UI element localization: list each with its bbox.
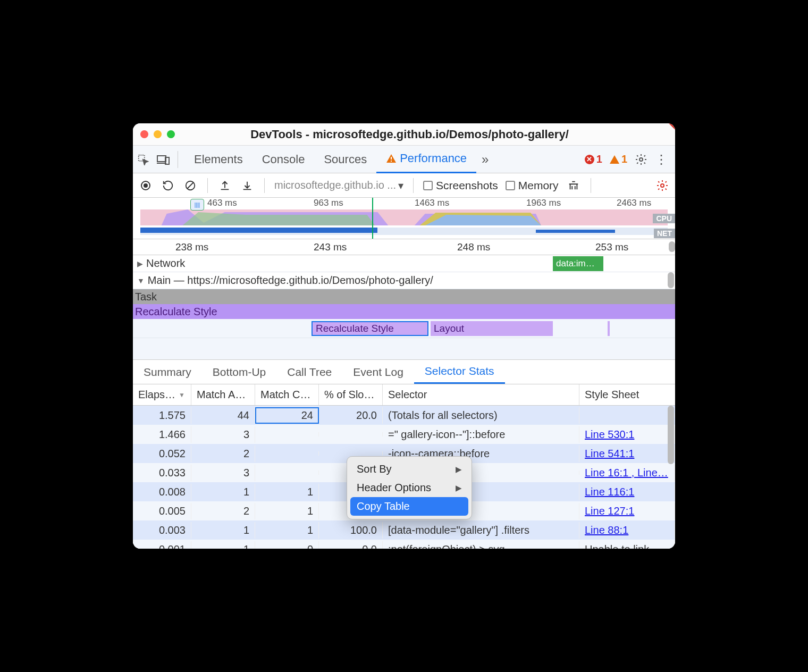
tabsbar-right: ✕ 1 1 ⋮: [585, 152, 675, 167]
tiny-block[interactable]: [608, 321, 610, 336]
svg-rect-1: [157, 156, 166, 162]
ctx-header-options[interactable]: Header Options▶: [350, 478, 468, 497]
collect-garbage-button[interactable]: [566, 178, 581, 193]
overview-time-labels: 463 ms 963 ms 1463 ms 1963 ms 2463 ms: [133, 198, 675, 208]
divider: [207, 178, 208, 193]
time-ruler[interactable]: 238 ms 243 ms 248 ms 253 ms: [133, 239, 675, 255]
col-selector[interactable]: Selector: [383, 384, 579, 405]
timeline-overview[interactable]: 463 ms 963 ms 1463 ms 1963 ms 2463 ms CP…: [133, 198, 675, 239]
divider: [413, 178, 414, 193]
device-toolbar-icon[interactable]: [153, 154, 173, 165]
collapse-icon: ▼: [137, 276, 145, 285]
table-row[interactable]: 0.001100.0:not(foreignObject) > svgUnabl…: [133, 540, 675, 549]
kebab-menu-icon[interactable]: ⋮: [655, 152, 668, 167]
ruler-scrollbar[interactable]: [669, 241, 675, 252]
tab-summary[interactable]: Summary: [133, 360, 202, 384]
table-row[interactable]: 0.00311100.0[data-module="gallery"] .fil…: [133, 520, 675, 540]
minimize-window-button[interactable]: [154, 130, 162, 138]
overview-net: [140, 228, 668, 235]
settings-icon[interactable]: [635, 153, 647, 166]
context-menu: Sort By▶ Header Options▶ Copy Table: [347, 456, 472, 519]
svg-rect-5: [391, 157, 392, 159]
svg-point-7: [639, 158, 643, 161]
stylesheet-link[interactable]: Line 541:1: [585, 448, 634, 459]
warning-icon: [386, 154, 397, 163]
task-bar[interactable]: Task: [133, 289, 675, 304]
stylesheet-link[interactable]: Line 16:1 , Line…: [585, 467, 668, 478]
stylesheet-link[interactable]: Line 88:1: [585, 524, 628, 536]
tab-elements[interactable]: Elements: [184, 146, 252, 173]
window-title: DevTools - microsoftedge.github.io/Demos…: [183, 128, 668, 141]
ctx-sort-by[interactable]: Sort By▶: [350, 460, 468, 478]
detail-tabs: Summary Bottom-Up Call Tree Event Log Se…: [133, 360, 675, 384]
tab-performance[interactable]: Performance: [376, 146, 476, 173]
playhead[interactable]: [372, 198, 373, 239]
capture-settings-icon[interactable]: [655, 178, 670, 193]
tab-bottom-up[interactable]: Bottom-Up: [202, 360, 276, 384]
recalc-style-bar[interactable]: Recalculate Style: [133, 304, 675, 319]
memory-checkbox[interactable]: Memory: [506, 179, 559, 192]
net-label: NET: [654, 229, 675, 238]
layout-block[interactable]: Layout: [431, 321, 553, 336]
overview-selection-handle[interactable]: ||||: [190, 199, 204, 211]
table-row[interactable]: 1.4663=" gallery-icon--"]::beforeLine 53…: [133, 425, 675, 444]
ctx-copy-table[interactable]: Copy Table: [350, 497, 468, 516]
tab-console[interactable]: Console: [252, 146, 315, 173]
divider: [264, 178, 265, 193]
network-track-header[interactable]: ▶ Network data:im…: [133, 255, 675, 272]
recalc-style-selected[interactable]: Recalculate Style: [312, 321, 428, 336]
traffic-lights: [140, 130, 175, 138]
stylesheet-link[interactable]: Line 116:1: [585, 486, 634, 498]
expand-icon: ▶: [137, 259, 143, 268]
upload-profile-button[interactable]: [217, 178, 232, 193]
col-stylesheet[interactable]: Style Sheet: [579, 384, 675, 405]
overview-cpu: [140, 209, 668, 225]
warning-icon: [610, 155, 619, 164]
chevron-right-icon: ▶: [456, 465, 462, 474]
download-profile-button[interactable]: [240, 178, 255, 193]
main-track-header[interactable]: ▼ Main — https://microsoftedge.github.io…: [133, 272, 675, 289]
svg-point-9: [144, 183, 148, 188]
svg-rect-6: [391, 161, 392, 162]
flame-empty: [133, 338, 675, 359]
error-icon: ✕: [585, 155, 594, 164]
record-button[interactable]: [138, 178, 153, 193]
maximize-window-button[interactable]: [167, 130, 175, 138]
svg-line-11: [188, 182, 193, 188]
panel-tabs-bar: Elements Console Sources Performance » ✕…: [133, 146, 675, 173]
col-pct-slow[interactable]: % of Slo…: [319, 384, 383, 405]
screenshots-checkbox[interactable]: Screenshots: [423, 179, 498, 192]
reload-record-button[interactable]: [161, 178, 175, 193]
inspect-element-icon[interactable]: [133, 154, 153, 165]
recording-selector[interactable]: microsoftedge.github.io ...▾: [274, 179, 403, 192]
chevron-right-icon: ▶: [456, 483, 462, 493]
stylesheet-link[interactable]: Line 530:1: [585, 429, 634, 440]
titlebar: DevTools - microsoftedge.github.io/Demos…: [133, 123, 675, 146]
col-match-attempts[interactable]: Match A…: [191, 384, 255, 405]
cpu-label: CPU: [653, 214, 675, 223]
tab-sources[interactable]: Sources: [314, 146, 376, 173]
table-scrollbar[interactable]: [668, 406, 674, 501]
tab-event-log[interactable]: Event Log: [342, 360, 414, 384]
clear-button[interactable]: [183, 178, 198, 193]
stylesheet-link[interactable]: Line 127:1: [585, 505, 634, 517]
svg-point-12: [661, 184, 664, 187]
divider: [591, 178, 591, 193]
table-header: Elaps… Match A… Match C… % of Slo… Selec…: [133, 384, 675, 406]
close-window-button[interactable]: [140, 130, 148, 138]
flame-chart[interactable]: ▶ Network data:im… ▼ Main — https://micr…: [133, 255, 675, 360]
perf-toolbar: microsoftedge.github.io ...▾ Screenshots…: [133, 173, 675, 198]
col-elapsed[interactable]: Elaps…: [133, 384, 191, 405]
panel-tabs: Elements Console Sources Performance »: [184, 146, 494, 173]
tab-call-tree[interactable]: Call Tree: [276, 360, 342, 384]
warning-count-badge[interactable]: 1: [610, 153, 627, 165]
table-row[interactable]: 1.575442420.0(Totals for all selectors): [133, 406, 675, 425]
tab-selector-stats[interactable]: Selector Stats: [414, 360, 505, 384]
col-match-count[interactable]: Match C…: [255, 384, 319, 405]
more-tabs-button[interactable]: »: [476, 146, 494, 173]
divider: [178, 151, 178, 168]
devtools-window: DevTools - microsoftedge.github.io/Demos…: [133, 123, 675, 549]
network-entry[interactable]: data:im…: [553, 256, 603, 271]
flame-subrow: Recalculate Style Layout: [133, 319, 675, 338]
error-count-badge[interactable]: ✕ 1: [585, 153, 602, 165]
